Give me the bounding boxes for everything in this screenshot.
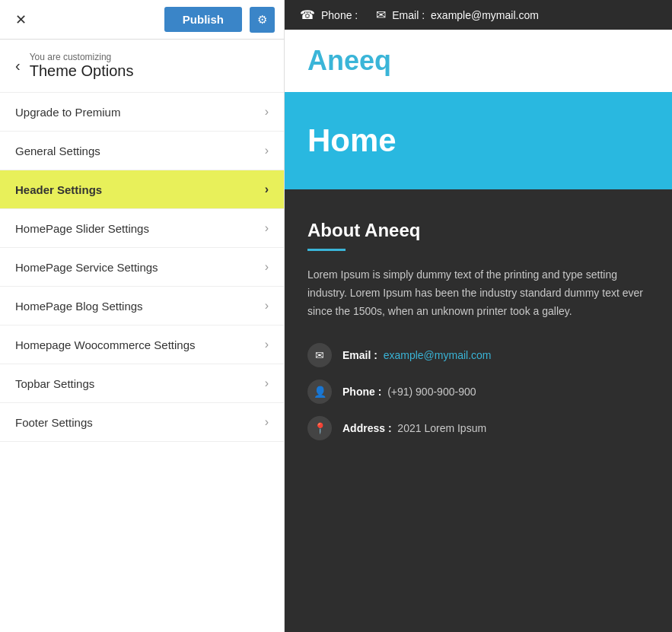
chevron-icon-woocommerce: › xyxy=(265,338,269,351)
publish-button[interactable]: Publish xyxy=(164,7,242,32)
menu-link-blog[interactable]: HomePage Blog Settings › xyxy=(0,287,284,325)
chevron-icon-topbar: › xyxy=(265,376,269,390)
chevron-icon-service: › xyxy=(265,260,269,274)
topbar-email: ✉ Email : example@mymail.com xyxy=(376,8,539,22)
menu-label-slider: HomePage Slider Settings xyxy=(15,222,149,235)
preview-logo: Aneeq xyxy=(307,45,391,76)
menu-label-woocommerce: Homepage Woocommerce Settings xyxy=(15,338,196,351)
contact-email-icon: ✉ xyxy=(307,343,332,367)
menu-link-footer[interactable]: Footer Settings › xyxy=(0,403,284,441)
topbar-phone-label: Phone : xyxy=(321,9,358,21)
menu-link-service[interactable]: HomePage Service Settings › xyxy=(0,248,284,286)
menu-item-general[interactable]: General Settings › xyxy=(0,132,284,170)
menu-item-woocommerce[interactable]: Homepage Woocommerce Settings › xyxy=(0,326,284,364)
chevron-icon-footer: › xyxy=(265,415,269,429)
menu-list: Upgrade to Premium › General Settings › … xyxy=(0,93,284,632)
menu-label-blog: HomePage Blog Settings xyxy=(15,300,143,313)
topbar-email-label: Email : xyxy=(392,9,425,21)
preview-about-title: About Aneeq xyxy=(307,220,649,241)
topbar-phone: ☎ Phone : xyxy=(300,8,358,22)
menu-item-service[interactable]: HomePage Service Settings › xyxy=(0,248,284,287)
menu-link-upgrade[interactable]: Upgrade to Premium › xyxy=(0,93,284,131)
phone-icon: ☎ xyxy=(300,8,315,22)
menu-item-blog[interactable]: HomePage Blog Settings › xyxy=(0,287,284,326)
menu-label-header: Header Settings xyxy=(15,183,102,196)
menu-label-service: HomePage Service Settings xyxy=(15,261,158,274)
customizing-label: You are customizing xyxy=(30,52,134,62)
preview-about: About Aneeq Lorem Ipsum is simply dummy … xyxy=(285,189,672,632)
menu-item-upgrade[interactable]: Upgrade to Premium › xyxy=(0,93,284,132)
menu-item-topbar[interactable]: Topbar Settings › xyxy=(0,364,284,403)
contact-address-icon: 📍 xyxy=(307,416,332,440)
contact-phone-label: Phone : xyxy=(342,386,381,398)
preview-hero: Home xyxy=(285,92,672,189)
back-button[interactable]: ‹ xyxy=(15,57,21,75)
chevron-icon-upgrade: › xyxy=(265,105,269,119)
preview-logo-section: Aneeq xyxy=(285,30,672,92)
chevron-icon-blog: › xyxy=(265,299,269,313)
menu-label-topbar: Topbar Settings xyxy=(15,377,94,390)
contact-email-item: ✉ Email : example@mymail.com xyxy=(307,343,649,367)
menu-link-topbar[interactable]: Topbar Settings › xyxy=(0,364,284,402)
chevron-icon-slider: › xyxy=(265,221,269,235)
contact-phone-icon: 👤 xyxy=(307,380,332,404)
customizing-section: ‹ You are customizing Theme Options xyxy=(0,40,284,93)
menu-label-upgrade: Upgrade to Premium xyxy=(15,106,120,119)
topbar-email-value: example@mymail.com xyxy=(431,9,539,21)
menu-item-slider[interactable]: HomePage Slider Settings › xyxy=(0,209,284,248)
preview-topbar: ☎ Phone : ✉ Email : example@mymail.com xyxy=(285,0,672,30)
close-button[interactable]: ✕ xyxy=(9,8,33,31)
contact-address-value: 2021 Lorem Ipsum xyxy=(397,422,486,434)
preview-about-body: Lorem Ipsum is simply dummy text of the … xyxy=(307,266,649,320)
contact-address-item: 📍 Address : 2021 Lorem Ipsum xyxy=(307,416,649,440)
top-bar: ✕ Publish ⚙ xyxy=(0,0,284,40)
contact-email-label: Email : xyxy=(342,349,377,361)
email-icon: ✉ xyxy=(376,8,386,22)
menu-item-footer[interactable]: Footer Settings › xyxy=(0,403,284,442)
customizing-title: Theme Options xyxy=(30,62,134,80)
contact-phone-value: (+91) 900-900-900 xyxy=(387,386,476,398)
contact-email-value: example@mymail.com xyxy=(384,349,492,361)
menu-item-header[interactable]: Header Settings › xyxy=(0,170,284,209)
contact-address-label: Address : xyxy=(342,422,392,434)
chevron-icon-header: › xyxy=(265,183,269,196)
menu-link-woocommerce[interactable]: Homepage Woocommerce Settings › xyxy=(0,326,284,364)
about-divider xyxy=(307,249,346,251)
gear-button[interactable]: ⚙ xyxy=(250,7,275,33)
menu-link-header[interactable]: Header Settings › xyxy=(0,170,284,208)
preview-hero-title: Home xyxy=(307,122,649,159)
menu-link-general[interactable]: General Settings › xyxy=(0,132,284,170)
left-panel: ✕ Publish ⚙ ‹ You are customizing Theme … xyxy=(0,0,285,632)
menu-label-general: General Settings xyxy=(15,145,100,157)
contact-phone-item: 👤 Phone : (+91) 900-900-900 xyxy=(307,380,649,404)
right-panel: ☎ Phone : ✉ Email : example@mymail.com A… xyxy=(285,0,672,632)
chevron-icon-general: › xyxy=(265,144,269,157)
menu-link-slider[interactable]: HomePage Slider Settings › xyxy=(0,209,284,247)
menu-label-footer: Footer Settings xyxy=(15,416,93,429)
customizing-text: You are customizing Theme Options xyxy=(30,52,134,80)
